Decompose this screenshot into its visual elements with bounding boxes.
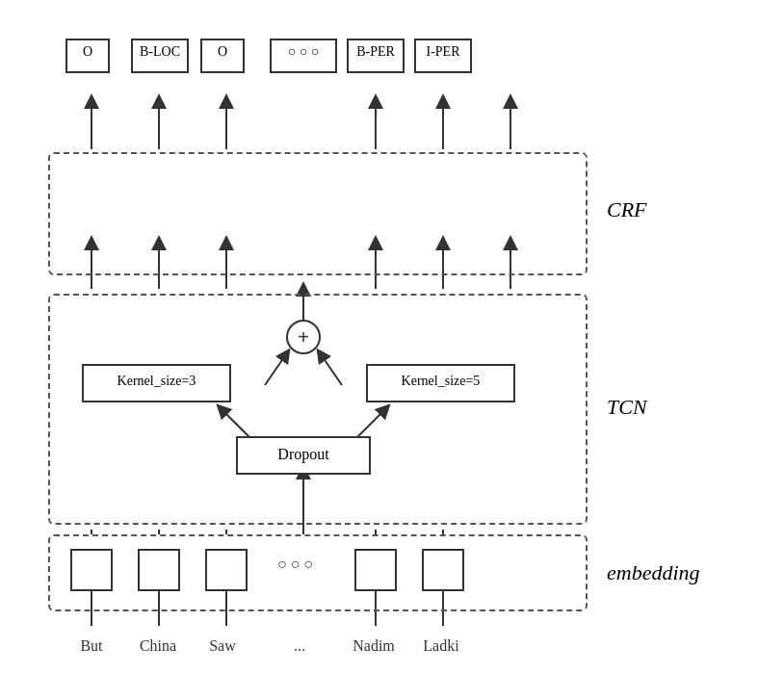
token-box-4: [354, 549, 397, 591]
plus-symbol: +: [298, 324, 310, 350]
embedding-label: embedding: [607, 560, 700, 585]
token-box-2: [138, 549, 180, 591]
output-label-BLOC: B-LOC: [131, 39, 189, 73]
word-label-saw: Saw: [200, 637, 245, 655]
word-label-nadim: Nadim: [345, 637, 403, 655]
output-label-text-2: O: [218, 44, 227, 59]
output-label-BPER: B-PER: [347, 39, 405, 73]
output-label-IPER: I-PER: [414, 39, 472, 73]
output-label-text-1: B-LOC: [140, 44, 180, 59]
kernel5-box: Kernel_size=5: [366, 364, 515, 402]
word-label-ellipsis: ...: [277, 637, 322, 655]
output-label-dots: ○ ○ ○: [270, 39, 337, 73]
token-box-3: [205, 549, 248, 591]
plus-circle: +: [286, 320, 321, 354]
output-label-text-4: B-PER: [356, 44, 395, 59]
output-label-O1: O: [65, 39, 110, 73]
word-label-china: China: [129, 637, 187, 655]
kernel3-box: Kernel_size=3: [82, 364, 231, 402]
dropout-box: Dropout: [236, 436, 371, 475]
crf-label: CRF: [607, 197, 647, 222]
diagram-container: ○ ○ ○ embedding TCN Dropout Kernel_size=…: [29, 10, 703, 693]
tcn-label: TCN: [607, 395, 647, 420]
token-box-5: [422, 549, 464, 591]
output-label-O2: O: [200, 39, 245, 73]
output-label-text-5: I-PER: [427, 44, 460, 59]
word-label-but: But: [69, 637, 114, 655]
crf-layer-box: [48, 152, 588, 275]
embedding-layer-box: [48, 534, 588, 611]
embedding-dots: ○ ○ ○: [277, 556, 313, 573]
output-label-text-3: ○ ○ ○: [288, 44, 319, 59]
output-label-text-0: O: [83, 44, 92, 59]
word-label-ladki: Ladki: [412, 637, 470, 655]
token-box-1: [70, 549, 113, 591]
